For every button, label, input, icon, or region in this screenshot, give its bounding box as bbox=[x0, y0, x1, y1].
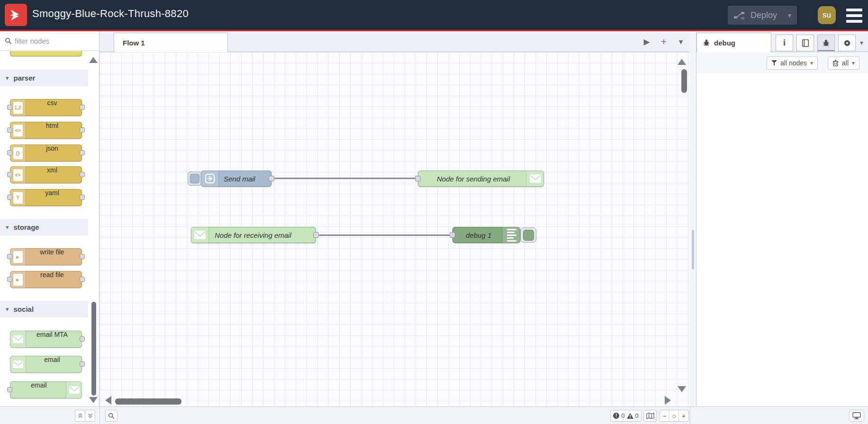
category-label: storage bbox=[14, 223, 39, 231]
double-chevron-down-icon bbox=[88, 413, 93, 418]
palette-node-label: html bbox=[27, 122, 77, 129]
canvas-scroll-up-arrow[interactable] bbox=[678, 59, 686, 65]
palette-search[interactable] bbox=[0, 31, 99, 51]
palette-node-partial[interactable] bbox=[10, 51, 82, 56]
file-code-icon: <> bbox=[10, 122, 26, 139]
deploy-button-label: Deploy bbox=[750, 10, 777, 20]
navigator-button[interactable] bbox=[643, 410, 657, 422]
canvas-node-send-mail[interactable]: Send mail bbox=[201, 171, 271, 187]
canvas-scroll-down-arrow[interactable] bbox=[678, 386, 686, 392]
filter-nodes-input[interactable] bbox=[15, 37, 86, 45]
output-port[interactable] bbox=[313, 232, 319, 238]
palette-category-social[interactable]: ▾ social bbox=[0, 301, 88, 317]
palette-category-parser[interactable]: ▾ parser bbox=[0, 70, 88, 86]
debug-toolbar: all nodes ▾ all ▾ bbox=[696, 52, 868, 73]
palette-node-yaml[interactable]: Y yaml bbox=[10, 189, 82, 206]
palette-node-write-file[interactable]: ► write file bbox=[10, 248, 82, 265]
palette-node-xml[interactable]: <> xml bbox=[10, 166, 82, 183]
input-port[interactable] bbox=[7, 150, 12, 155]
output-port[interactable] bbox=[80, 361, 85, 367]
palette-node-json[interactable]: {} json bbox=[10, 144, 82, 162]
deploy-button[interactable]: Deploy ▾ bbox=[728, 6, 797, 25]
debug-toggle-button[interactable] bbox=[520, 227, 536, 243]
palette-node-html[interactable]: <> html bbox=[10, 122, 82, 139]
canvas-vertical-scrollbar[interactable] bbox=[681, 69, 687, 93]
palette-collapse-all-button[interactable] bbox=[75, 410, 85, 422]
output-port[interactable] bbox=[80, 150, 85, 155]
palette-node-read-file[interactable]: ► read file bbox=[10, 271, 82, 288]
palette-scroll-down-arrow[interactable] bbox=[89, 397, 98, 403]
canvas-scroll-right-arrow[interactable] bbox=[665, 396, 671, 405]
output-port[interactable] bbox=[80, 277, 85, 282]
flow-canvas[interactable]: Send mail Node for sending email Node fo… bbox=[99, 52, 690, 406]
search-flows-button[interactable] bbox=[105, 410, 118, 422]
flow-menu-caret-icon[interactable]: ▾ bbox=[676, 37, 686, 47]
help-tab-button[interactable] bbox=[796, 35, 814, 51]
gear-icon bbox=[843, 39, 851, 47]
sidebar-splitter[interactable] bbox=[690, 31, 696, 406]
output-port[interactable] bbox=[80, 127, 85, 133]
palette-expand-all-button[interactable] bbox=[85, 410, 95, 422]
input-port[interactable] bbox=[7, 254, 12, 259]
input-port[interactable] bbox=[415, 176, 421, 181]
inject-trigger-inner bbox=[190, 174, 199, 183]
deploy-options-caret-icon[interactable]: ▾ bbox=[788, 11, 791, 19]
zoom-in-button[interactable]: + bbox=[679, 410, 688, 421]
palette-node-label: email bbox=[27, 356, 77, 363]
input-port[interactable] bbox=[7, 127, 12, 133]
wire[interactable] bbox=[319, 235, 450, 236]
palette-node-email-mta[interactable]: email MTA bbox=[10, 331, 82, 348]
palette-node-email-out[interactable]: email bbox=[10, 381, 82, 398]
input-port[interactable] bbox=[7, 277, 12, 282]
output-port[interactable] bbox=[80, 336, 85, 342]
debug-toggle-inner bbox=[523, 230, 534, 241]
canvas-scroll-left-arrow[interactable] bbox=[105, 396, 111, 405]
palette-scroll-up-arrow[interactable] bbox=[89, 57, 98, 63]
wire[interactable] bbox=[274, 178, 418, 179]
input-port[interactable] bbox=[7, 195, 12, 200]
info-tab-button[interactable]: i bbox=[776, 35, 793, 51]
palette-node-csv[interactable]: 1,2 csv bbox=[10, 99, 82, 116]
warning-count: 0 bbox=[635, 412, 639, 419]
palette-scrollbar[interactable] bbox=[91, 302, 96, 396]
sidebar-tab-label: debug bbox=[714, 39, 735, 47]
output-port[interactable] bbox=[80, 254, 85, 259]
canvas-node-receiving-email[interactable]: Node for receiving email bbox=[191, 227, 316, 243]
output-port[interactable] bbox=[80, 172, 85, 177]
tab-flow-1[interactable]: Flow 1 bbox=[114, 33, 228, 52]
palette-node-label: write file bbox=[27, 248, 77, 256]
config-tab-button[interactable] bbox=[838, 35, 856, 51]
sidebar-tabbar: debug i bbox=[696, 31, 868, 52]
debug-clear-button[interactable]: all ▾ bbox=[828, 56, 859, 70]
sidebar-menu-caret-icon[interactable]: ▾ bbox=[860, 39, 863, 46]
input-port[interactable] bbox=[450, 232, 455, 238]
output-port[interactable] bbox=[269, 176, 274, 181]
debug-filter-button[interactable]: all nodes ▾ bbox=[767, 56, 818, 70]
output-port[interactable] bbox=[80, 195, 85, 200]
input-port[interactable] bbox=[7, 172, 12, 177]
category-label: parser bbox=[14, 74, 36, 82]
inject-trigger-button[interactable] bbox=[188, 171, 202, 186]
flow-status-counts[interactable]: ! 0 0 bbox=[610, 410, 642, 422]
canvas-horizontal-scrollbar[interactable] bbox=[115, 398, 181, 405]
user-avatar[interactable]: su bbox=[818, 6, 836, 24]
zoom-out-button[interactable]: − bbox=[660, 410, 669, 421]
palette-node-email-in[interactable]: email bbox=[10, 356, 82, 373]
palette-category-storage[interactable]: ▾ storage bbox=[0, 219, 88, 235]
app-title: Smoggy-Blue-Rock-Thrush-8820 bbox=[32, 8, 189, 20]
add-flow-button[interactable]: + bbox=[659, 36, 669, 47]
file-out-icon: ► bbox=[10, 271, 26, 288]
canvas-node-sending-email[interactable]: Node for sending email bbox=[418, 171, 544, 187]
canvas-node-debug-1[interactable]: debug 1 bbox=[452, 227, 520, 243]
open-in-window-button[interactable] bbox=[849, 410, 864, 422]
input-port[interactable] bbox=[7, 387, 12, 392]
main-menu-button[interactable] bbox=[846, 9, 862, 23]
splitter-handle[interactable] bbox=[692, 230, 694, 270]
zoom-reset-button[interactable]: ○ bbox=[669, 410, 679, 421]
input-port[interactable] bbox=[7, 105, 12, 110]
flow-list-button[interactable]: ▶ bbox=[642, 37, 652, 47]
tab-debug[interactable]: debug bbox=[696, 33, 771, 52]
output-port[interactable] bbox=[80, 105, 85, 110]
debug-tab-button[interactable] bbox=[817, 35, 835, 51]
flow-tab-label: Flow 1 bbox=[123, 39, 145, 47]
